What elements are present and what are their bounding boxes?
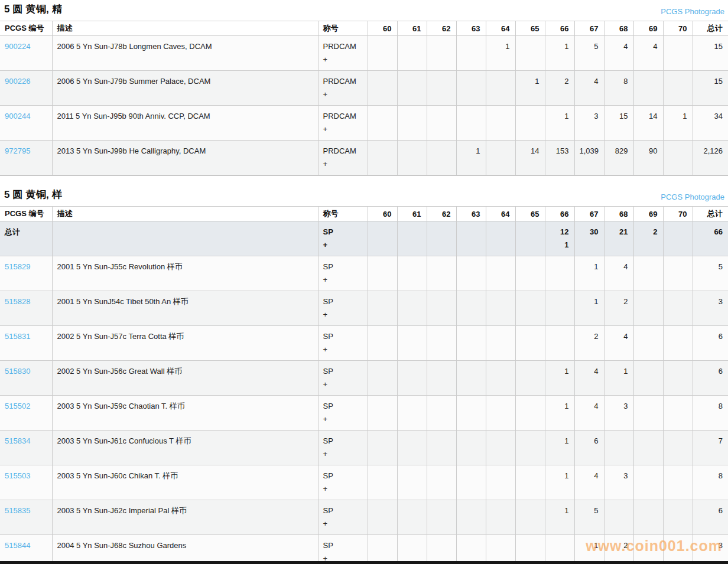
grade-cell	[456, 361, 486, 396]
grade-cell: 30	[574, 221, 604, 256]
grade-cell: 1	[515, 71, 545, 106]
grade-cell	[368, 71, 397, 106]
grade-cell	[368, 106, 397, 141]
pcgs-number-link[interactable]: 515835	[5, 506, 30, 515]
table-row: 5158352003 5 Yn Sun-J62c Imperial Pal 样币…	[0, 500, 728, 535]
grade-cell	[633, 361, 663, 396]
column-header: 63	[456, 207, 486, 221]
pcgs-number-link[interactable]: 900244	[5, 112, 30, 120]
grade-cell: 1	[574, 535, 604, 564]
pcgs-photograde-link[interactable]: PCGS Photograde	[661, 7, 724, 16]
grade-cell	[633, 256, 663, 291]
pcgs-number-link[interactable]: 900224	[5, 42, 30, 51]
grade-cell	[368, 361, 397, 396]
pcgs-number-link[interactable]: 900226	[5, 77, 30, 86]
designation: PRDCAM+	[318, 71, 368, 106]
grade-cell	[456, 36, 486, 71]
grade-cell	[633, 291, 663, 326]
grade-cell	[545, 291, 574, 326]
table-row: 5158292001 5 Yn Sun-J55c Revolution 样币SP…	[0, 256, 728, 291]
grade-cell	[368, 396, 397, 431]
pcgs-number-cell: 900244	[0, 106, 52, 141]
grade-cell	[663, 71, 693, 106]
grade-cell	[515, 431, 545, 465]
column-header: 67	[574, 21, 604, 36]
total-cell: 15	[693, 36, 728, 71]
column-header: 66	[545, 21, 574, 36]
grade-cell	[397, 326, 427, 361]
grade-cell	[663, 431, 693, 465]
grade-cell: 5	[574, 500, 604, 535]
column-header: 65	[515, 207, 545, 221]
grade-cell	[456, 396, 486, 431]
grade-cell	[663, 535, 693, 564]
total-cell: 3	[693, 291, 728, 326]
grade-cell	[368, 326, 397, 361]
column-header: 总计	[693, 21, 728, 36]
table-row: 5158342003 5 Yn Sun-J61c Confucious T 样币…	[0, 431, 728, 465]
column-header: 67	[574, 207, 604, 221]
grade-cell	[663, 465, 693, 500]
pcgs-number-link[interactable]: 515829	[5, 262, 30, 271]
coin-description: 2003 5 Yn Sun-J60c Chikan T. 样币	[52, 465, 318, 500]
column-header: 描述	[52, 21, 318, 36]
total-row: 总计SP+1213021266	[0, 221, 728, 256]
grade-cell	[397, 396, 427, 431]
grade-cell	[515, 361, 545, 396]
pcgs-number-cell: 900224	[0, 36, 52, 71]
population-table: PCGS 编号描述称号6061626364656667686970总计 总计SP…	[0, 206, 728, 564]
total-cell: 6	[693, 500, 728, 535]
coin-description: 2002 5 Yn Sun-J56c Great Wall 样币	[52, 361, 318, 396]
table-row: 5158312002 5 Yn Sun-J57c Terra Cotta 样币S…	[0, 326, 728, 361]
column-header: 60	[368, 207, 397, 221]
pcgs-number-link[interactable]: 515502	[5, 402, 30, 410]
grade-cell: 4	[574, 396, 604, 431]
grade-cell	[397, 36, 427, 71]
table-row: 9727952013 5 Yn Sun-J99b He Calligraphy,…	[0, 141, 728, 176]
section-header: 5 圆 黄铜, 精 PCGS Photograde	[0, 0, 728, 21]
grade-cell: 2	[545, 71, 574, 106]
pcgs-number-link[interactable]: 515844	[5, 541, 30, 550]
coin-description: 2004 5 Yn Sun-J68c Suzhou Gardens	[52, 535, 318, 564]
column-header: 65	[515, 21, 545, 36]
grade-cell: 14	[633, 106, 663, 141]
pcgs-number-link[interactable]: 515831	[5, 332, 30, 341]
section-proof-brass: 5 圆 黄铜, 精 PCGS Photograde PCGS 编号描述称号606…	[0, 0, 728, 176]
table-row: 9002442011 5 Yn Sun-J95b 90th Anniv. CCP…	[0, 106, 728, 141]
grade-cell	[486, 500, 515, 535]
grade-cell: 4	[604, 256, 633, 291]
grade-cell	[456, 535, 486, 564]
section-header: 5 圆 黄铜, 样 PCGS Photograde	[0, 176, 728, 206]
grade-cell	[368, 291, 397, 326]
pcgs-number-link[interactable]: 972795	[5, 146, 30, 155]
designation: SP+	[318, 291, 368, 326]
grade-cell: 1	[545, 361, 574, 396]
pcgs-number-link[interactable]: 515834	[5, 436, 30, 445]
grade-cell	[604, 500, 633, 535]
total-cell: 2,126	[693, 141, 728, 176]
column-header: 描述	[52, 207, 318, 221]
pcgs-number-link[interactable]: 515503	[5, 471, 30, 480]
grade-cell: 3	[604, 396, 633, 431]
grade-cell	[515, 36, 545, 71]
grade-cell	[486, 431, 515, 465]
total-cell: 6	[693, 326, 728, 361]
grade-cell	[663, 361, 693, 396]
grade-cell	[397, 431, 427, 465]
grade-cell: 21	[604, 221, 633, 256]
pcgs-number-link[interactable]: 515830	[5, 367, 30, 376]
coin-description: 2002 5 Yn Sun-J57c Terra Cotta 样币	[52, 326, 318, 361]
grade-cell	[456, 500, 486, 535]
grade-cell	[486, 326, 515, 361]
pcgs-number-cell: 515835	[0, 500, 52, 535]
pcgs-number-cell: 515831	[0, 326, 52, 361]
grade-cell	[397, 106, 427, 141]
designation: SP+	[318, 256, 368, 291]
grade-cell	[397, 221, 427, 256]
coin-description: 2006 5 Yn Sun-J79b Summer Palace, DCAM	[52, 71, 318, 106]
grade-cell: 1	[545, 431, 574, 465]
pcgs-number-link[interactable]: 515828	[5, 297, 30, 306]
designation: SP+	[318, 500, 368, 535]
grade-cell: 121	[545, 221, 574, 256]
pcgs-photograde-link[interactable]: PCGS Photograde	[661, 193, 724, 201]
